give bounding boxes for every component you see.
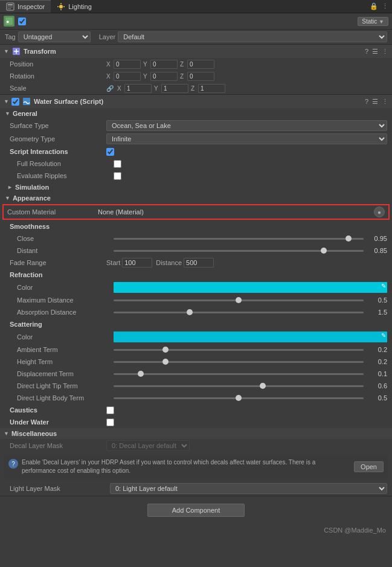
tab-lighting[interactable]: Lighting: [51, 0, 98, 13]
custom-material-label: Custom Material: [7, 208, 98, 216]
tag-layer-row: Tag Untagged Layer Default: [0, 30, 392, 45]
scattering-color-swatch[interactable]: ✎: [114, 332, 387, 342]
water-more-icon[interactable]: ⋮: [382, 98, 388, 106]
add-component-button[interactable]: Add Component: [147, 504, 245, 517]
miscellaneous-chevron: ▼: [4, 431, 9, 437]
position-label: Position: [10, 60, 106, 68]
direct-light-body-slider[interactable]: [114, 397, 364, 399]
fade-distance-input[interactable]: [184, 258, 214, 267]
displacement-term-slider[interactable]: [114, 373, 364, 375]
water-surface-header[interactable]: ▼ Water Surface (Script) ? ☰ ⋮: [0, 95, 392, 108]
tag-dropdown[interactable]: Untagged: [18, 31, 91, 42]
simulation-chevron: ►: [7, 184, 13, 190]
rotation-z-input[interactable]: [187, 72, 214, 81]
transform-actions[interactable]: ? ☰ ⋮: [365, 48, 388, 56]
object-enabled-checkbox[interactable]: [18, 18, 26, 25]
direct-light-body-label: Direct Light Body Term: [17, 394, 114, 402]
position-row: Position X Y Z: [0, 58, 392, 70]
transform-help-icon[interactable]: ?: [365, 48, 368, 56]
under-water-label: Under Water: [10, 418, 106, 426]
rotation-x-input[interactable]: [114, 72, 141, 81]
tab-inspector[interactable]: Inspector: [0, 0, 51, 13]
caustics-row: Caustics: [0, 404, 392, 416]
appearance-chevron[interactable]: ▼: [5, 195, 10, 201]
geometry-type-row: Geometry Type Infinite: [0, 132, 392, 146]
caustics-checkbox[interactable]: [106, 406, 114, 414]
scale-z-input[interactable]: [198, 84, 225, 93]
position-z-input[interactable]: [187, 60, 214, 69]
close-slider[interactable]: [114, 238, 364, 240]
custom-material-value: None (Material): [98, 208, 374, 216]
water-help-icon[interactable]: ?: [365, 98, 368, 106]
layer-dropdown[interactable]: Default: [118, 31, 387, 42]
full-resolution-label: Full Resolution: [17, 160, 114, 167]
direct-light-body-row: Direct Light Body Term 0.5: [0, 392, 392, 404]
static-button[interactable]: Static ▼: [358, 17, 388, 26]
tab-right-actions: 🔒 ⋮: [370, 2, 392, 10]
full-resolution-checkbox[interactable]: [114, 160, 121, 168]
rotation-y-input[interactable]: [150, 72, 178, 81]
decal-layer-label: Decal Layer Mask: [10, 442, 106, 449]
geometry-type-label: Geometry Type: [10, 135, 106, 143]
inspector-icon: [6, 2, 14, 11]
ambient-term-slider[interactable]: [114, 349, 364, 351]
max-distance-value: 0.5: [366, 296, 387, 304]
max-distance-slider[interactable]: [114, 300, 364, 301]
open-button[interactable]: Open: [354, 461, 384, 472]
simulation-label: Simulation: [15, 184, 49, 191]
svg-rect-2: [8, 7, 13, 7]
simulation-row[interactable]: ► Simulation: [0, 182, 392, 193]
surface-type-dropdown[interactable]: Ocean, Sea or Lake: [106, 120, 387, 131]
absorption-distance-row: Absorption Distance 1.5: [0, 306, 392, 318]
tag-label: Tag: [5, 33, 16, 40]
water-surface-enabled[interactable]: [11, 98, 19, 106]
position-x-input[interactable]: [114, 60, 141, 69]
scale-row: Scale 🔗 X Y Z: [0, 82, 392, 94]
scale-y-input[interactable]: [161, 84, 188, 93]
direct-light-tip-slider[interactable]: [114, 385, 364, 387]
object-icon: ●: [4, 16, 14, 27]
height-term-slider[interactable]: [114, 361, 364, 363]
custom-material-select-btn[interactable]: ●: [374, 207, 385, 217]
water-surface-actions[interactable]: ? ☰ ⋮: [365, 98, 388, 106]
scale-value: 🔗 X Y Z: [106, 84, 387, 93]
transform-settings-icon[interactable]: ☰: [372, 48, 378, 56]
refraction-color-swatch[interactable]: ✎: [114, 282, 387, 293]
fade-start-input[interactable]: [122, 258, 152, 267]
transform-more-icon[interactable]: ⋮: [382, 48, 388, 56]
watermark: CSDN @Maddie_Mo: [0, 524, 392, 539]
refraction-color-picker-icon[interactable]: ✎: [381, 283, 386, 289]
distant-slider[interactable]: [114, 250, 364, 252]
distance-label: Distance: [156, 259, 182, 266]
full-resolution-row: Full Resolution: [0, 158, 392, 170]
miscellaneous-section[interactable]: ▼ Miscellaneous: [0, 428, 392, 439]
script-interactions-label: Script Interactions: [10, 148, 106, 155]
geometry-type-dropdown[interactable]: Infinite: [106, 133, 387, 144]
refraction-color-row: Color ✎: [0, 281, 392, 294]
scale-label: Scale: [10, 85, 106, 92]
object-header: ● Ocean Static ▼: [0, 13, 392, 30]
menu-icon[interactable]: ⋮: [382, 2, 388, 10]
under-water-checkbox[interactable]: [106, 418, 114, 426]
water-settings-icon[interactable]: ☰: [372, 98, 378, 106]
displacement-term-row: Displacement Term 0.1: [0, 368, 392, 380]
light-layer-label: Light Layer Mask: [10, 485, 106, 492]
script-interactions-checkbox[interactable]: [106, 148, 114, 156]
close-label: Close: [17, 235, 114, 242]
evaluate-ripples-checkbox[interactable]: [114, 172, 121, 180]
transform-header[interactable]: ▼ Transform ? ☰ ⋮: [0, 45, 392, 58]
light-layer-dropdown[interactable]: 0: Light Layer default: [110, 483, 387, 494]
absorption-distance-slider[interactable]: [114, 312, 364, 313]
object-name-input[interactable]: Ocean: [30, 18, 354, 25]
general-chevron[interactable]: ▼: [5, 111, 10, 117]
absorption-distance-value: 1.5: [366, 309, 387, 316]
scattering-color-picker-icon[interactable]: ✎: [381, 332, 386, 339]
scale-x-input[interactable]: [124, 84, 152, 93]
close-value: 0.95: [366, 235, 387, 242]
tab-inspector-label: Inspector: [18, 3, 45, 10]
svg-rect-1: [8, 4, 13, 5]
direct-light-body-value: 0.5: [366, 394, 387, 402]
lock-icon[interactable]: 🔒: [370, 2, 378, 10]
height-term-label: Height Term: [17, 358, 114, 365]
position-y-input[interactable]: [150, 60, 178, 69]
